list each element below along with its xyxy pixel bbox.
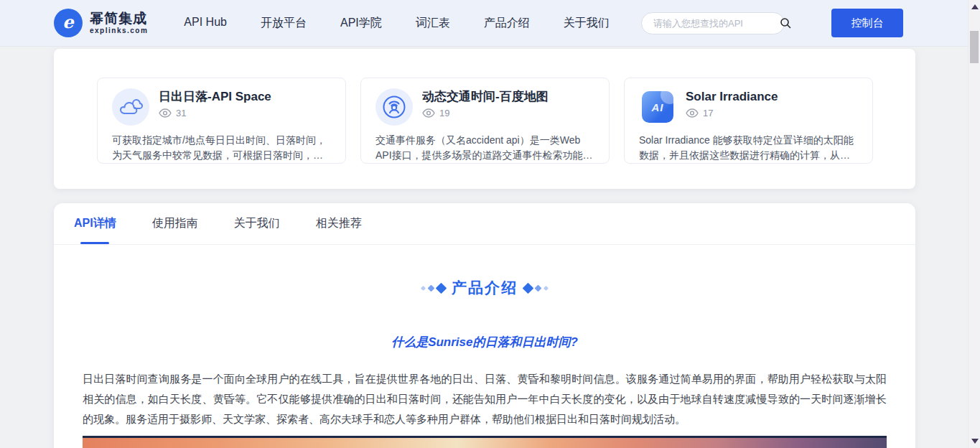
intro-paragraph: 日出日落时间查询服务是一个面向全球用户的在线工具，旨在提供世界各地的日出、日落、… (83, 369, 887, 429)
card-heading: 日出日落-API Space 31 (159, 88, 271, 118)
main-nav: API Hub 开放平台 API学院 词汇表 产品介绍 关于我们 (184, 16, 609, 31)
tab-about-us[interactable]: 关于我们 (234, 203, 280, 244)
article-subheading: 什么是Sunrise的日落和日出时间? (83, 334, 887, 350)
eye-icon (422, 108, 435, 118)
search-icon[interactable] (780, 17, 791, 29)
card-description: 交通事件服务（又名accident api）是一类Web API接口，提供多场景… (375, 133, 594, 163)
left-diamond-deco (421, 284, 445, 292)
nav-item-api-academy[interactable]: API学院 (340, 16, 382, 31)
card-views: 17 (686, 108, 778, 118)
page: e 幂简集成 explinks.com API Hub 开放平台 API学院 词… (0, 0, 980, 448)
scrollbar-thumb[interactable] (970, 31, 979, 63)
api-search-box[interactable] (641, 12, 785, 34)
card-title[interactable]: 动态交通时间-百度地图 (422, 88, 549, 106)
section-title-row: 产品介绍 (83, 278, 887, 298)
api-card-sunrise-sunset[interactable]: 日出日落-API Space 31 可获取指定城市/地点每日日出时间、日落时间，… (97, 78, 346, 164)
brand-domain: explinks.com (90, 27, 148, 35)
eye-icon (686, 108, 699, 118)
related-apis-panel: 日出日落-API Space 31 可获取指定城市/地点每日日出时间、日落时间，… (54, 49, 915, 189)
console-button[interactable]: 控制台 (831, 9, 903, 37)
tab-usage-guide[interactable]: 使用指南 (152, 203, 198, 244)
card-title[interactable]: 日出日落-API Space (159, 88, 271, 106)
card-header: AI Solar Irradiance 17 (639, 88, 858, 126)
card-description: Solar Irradiance 能够获取特定位置详细的太阳能数据，并且依据这些… (639, 133, 858, 163)
cloud-icon (118, 96, 143, 118)
card-heading: 动态交通时间-百度地图 19 (422, 88, 549, 118)
vertical-scrollbar[interactable] (968, 0, 980, 448)
card-header: 动态交通时间-百度地图 19 (375, 88, 594, 126)
nav-item-product-intro[interactable]: 产品介绍 (484, 16, 530, 31)
nav-item-glossary[interactable]: 词汇表 (416, 16, 450, 31)
card-heading: Solar Irradiance 17 (686, 88, 778, 118)
card-views: 19 (422, 108, 549, 118)
card-title[interactable]: Solar Irradiance (686, 88, 778, 106)
card-views: 31 (159, 108, 271, 118)
ai-app-icon: AI (642, 91, 673, 123)
scroll-up-arrow[interactable] (971, 4, 979, 9)
tab-api-detail[interactable]: API详情 (74, 203, 116, 244)
sunset-photo (83, 436, 887, 448)
api-card-solar-irradiance[interactable]: AI Solar Irradiance 17 Solar Irradiance … (624, 78, 873, 164)
broadcast-person-icon (381, 94, 407, 120)
api-card-baidu-traffic[interactable]: 动态交通时间-百度地图 19 交通事件服务（又名accident api）是一类… (360, 78, 610, 164)
search-input[interactable] (653, 18, 780, 29)
card-icon-wrap (375, 88, 413, 126)
nav-item-api-hub[interactable]: API Hub (184, 16, 227, 31)
logo-text: 幂简集成 explinks.com (90, 11, 148, 35)
nav-item-about-us[interactable]: 关于我们 (564, 16, 610, 31)
card-icon-wrap (112, 88, 149, 126)
card-header: 日出日落-API Space 31 (112, 88, 331, 126)
section-title: 产品介绍 (452, 278, 518, 298)
card-description: 可获取指定城市/地点每日日出时间、日落时间，为天气服务中较常见数据，可根据日落时… (112, 133, 331, 163)
views-count: 19 (439, 108, 449, 118)
tab-content: 产品介绍 什么是Sunrise的日落和日出时间? 日出日落时间查询服务是一个面向… (54, 278, 915, 448)
scroll-down-arrow[interactable] (971, 439, 979, 444)
card-icon-wrap: AI (639, 88, 676, 126)
eye-icon (159, 108, 172, 118)
views-count: 31 (176, 108, 186, 118)
right-diamond-deco (524, 284, 548, 292)
api-detail-panel: API详情 使用指南 关于我们 相关推荐 产品介绍 什么是Sunrise的日落和… (54, 203, 915, 448)
logo-icon: e (54, 9, 83, 37)
site-logo[interactable]: e 幂简集成 explinks.com (54, 9, 148, 37)
nav-item-open-platform[interactable]: 开放平台 (261, 16, 307, 31)
views-count: 17 (703, 108, 713, 118)
logo-e-glyph: e (62, 14, 73, 32)
tab-related[interactable]: 相关推荐 (316, 203, 362, 244)
brand-name: 幂简集成 (90, 11, 148, 27)
top-navbar: e 幂简集成 explinks.com API Hub 开放平台 API学院 词… (0, 0, 980, 47)
detail-tabs: API详情 使用指南 关于我们 相关推荐 (54, 203, 915, 245)
